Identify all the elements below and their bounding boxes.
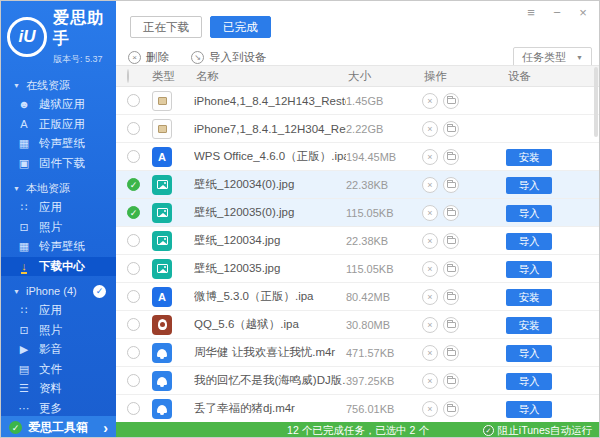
delete-file-icon[interactable]: × xyxy=(422,401,438,417)
row-checkbox[interactable] xyxy=(127,290,140,303)
sidebar-item-iphone-media[interactable]: ▶影音 xyxy=(1,340,116,360)
open-folder-icon[interactable] xyxy=(443,233,459,249)
install-button[interactable]: 安装 xyxy=(506,317,552,334)
sidebar-section-header-local-resources[interactable]: ▼本地资源 xyxy=(1,178,116,198)
delete-file-icon[interactable]: × xyxy=(422,345,438,361)
delete-file-icon[interactable]: × xyxy=(422,261,438,277)
open-folder-icon[interactable] xyxy=(443,177,459,193)
open-folder-icon[interactable] xyxy=(443,205,459,221)
tab-completed[interactable]: 已完成 xyxy=(210,16,271,38)
sidebar-item-iphone-apps[interactable]: ∷应用 xyxy=(1,301,116,321)
open-folder-icon[interactable] xyxy=(443,317,459,333)
import-button[interactable]: 导入 xyxy=(506,345,552,362)
delete-button[interactable]: × 删除 xyxy=(128,50,169,65)
table-row[interactable]: ✓壁纸_120034(0).jpg22.38KB×导入 xyxy=(116,171,600,199)
tab-downloading[interactable]: 正在下载 xyxy=(130,16,202,38)
status-bar: 12 个已完成任务，已选中 2 个 ✓ 阻止iTunes自动运行 xyxy=(116,422,600,438)
sidebar-item-download-center[interactable]: ↓下载中心 xyxy=(1,257,116,277)
sidebar-item-genuine-apps[interactable]: A正版应用 xyxy=(1,115,116,135)
import-to-device-button[interactable]: ↘ 导入到设备 xyxy=(191,50,267,65)
delete-file-icon[interactable]: × xyxy=(422,93,438,109)
scrollbar-thumb[interactable] xyxy=(594,67,598,137)
sidebar-item-firmware-download[interactable]: ▣固件下载 xyxy=(1,154,116,174)
table-row[interactable]: QQ_5.6（越狱）.ipa30.80MB×安装 xyxy=(116,311,600,339)
row-checkbox[interactable] xyxy=(127,234,140,247)
open-folder-icon[interactable] xyxy=(443,345,459,361)
iphone-files-icon: ▤ xyxy=(17,364,31,375)
open-folder-icon[interactable] xyxy=(443,373,459,389)
table-row[interactable]: 周华健 让我欢喜让我忧.m4r471.57KB×导入 xyxy=(116,339,600,367)
import-button[interactable]: 导入 xyxy=(506,261,552,278)
table-row[interactable]: 我的回忆不是我(海鸣威)DJ版.m4r397.25KB×导入 xyxy=(116,367,600,395)
open-folder-icon[interactable] xyxy=(443,121,459,137)
import-button[interactable]: 导入 xyxy=(506,401,552,418)
row-checkbox[interactable] xyxy=(127,150,140,163)
row-checkbox[interactable] xyxy=(127,402,140,415)
row-checkbox[interactable] xyxy=(127,262,140,275)
import-button[interactable]: 导入 xyxy=(506,233,552,250)
delete-file-icon[interactable]: × xyxy=(422,205,438,221)
delete-file-icon[interactable]: × xyxy=(422,149,438,165)
table-row[interactable]: A微博_5.3.0（正版）.ipa80.42MB×安装 xyxy=(116,283,600,311)
select-all-checkbox[interactable] xyxy=(127,69,129,83)
file-size: 2.22GB xyxy=(346,123,422,135)
table-row[interactable]: 壁纸_120035.jpg115.05KB×导入 xyxy=(116,255,600,283)
sidebar-item-ringtone-wallpaper[interactable]: ▦铃声壁纸 xyxy=(1,134,116,154)
sidebar-item-iphone-data[interactable]: ☰资料 xyxy=(1,379,116,399)
sidebar-item-iphone-photos[interactable]: ⊡照片 xyxy=(1,321,116,341)
sidebar-section-header-iphone[interactable]: ▼iPhone (4)✓ xyxy=(1,281,116,301)
sidebar-item-label: 更多 xyxy=(39,401,62,416)
file-size: 22.38KB xyxy=(346,179,422,191)
sidebar-item-jailbreak-apps[interactable]: ☻越狱应用 xyxy=(1,95,116,115)
row-checkbox[interactable] xyxy=(127,374,140,387)
task-type-dropdown[interactable]: 任务类型 ▼ xyxy=(513,47,592,67)
sidebar-item-local-photos[interactable]: ⊡照片 xyxy=(1,218,116,238)
import-button[interactable]: 导入 xyxy=(506,373,552,390)
delete-file-icon[interactable]: × xyxy=(422,289,438,305)
minimize-icon[interactable]: − xyxy=(550,5,564,20)
sidebar-item-local-apps[interactable]: ∷应用 xyxy=(1,198,116,218)
table-row[interactable]: 丢了幸福的猪dj.m4r756.01KB×导入 xyxy=(116,395,600,422)
row-checkbox[interactable]: ✓ xyxy=(127,178,140,191)
import-button[interactable]: 导入 xyxy=(506,177,552,194)
download-center-icon: ↓ xyxy=(17,261,31,272)
row-checkbox[interactable]: ✓ xyxy=(127,206,140,219)
block-itunes-toggle[interactable]: ✓ 阻止iTunes自动运行 xyxy=(483,424,592,438)
open-folder-icon[interactable] xyxy=(443,401,459,417)
table-row[interactable]: 壁纸_120034.jpg22.38KB×导入 xyxy=(116,227,600,255)
file-size: 115.05KB xyxy=(346,207,422,219)
app-version: 版本号: 5.37 xyxy=(53,53,112,66)
delete-file-icon[interactable]: × xyxy=(422,233,438,249)
sidebar-item-iphone-files[interactable]: ▤文件 xyxy=(1,360,116,380)
table-row[interactable]: iPhone4,1_8.4_12H143_Restore.ipsw1.45GB× xyxy=(116,87,600,115)
open-folder-icon[interactable] xyxy=(443,261,459,277)
scrollbar[interactable] xyxy=(594,67,598,419)
open-folder-icon[interactable] xyxy=(443,93,459,109)
table-row[interactable]: ✓壁纸_120035(0).jpg115.05KB×导入 xyxy=(116,199,600,227)
open-folder-icon[interactable] xyxy=(443,149,459,165)
menu-icon[interactable]: ≡ xyxy=(524,5,538,20)
iphone-data-icon: ☰ xyxy=(17,383,31,394)
install-button[interactable]: 安装 xyxy=(506,289,552,306)
file-size: 1.45GB xyxy=(346,95,422,107)
delete-file-icon[interactable]: × xyxy=(422,373,438,389)
delete-file-icon[interactable]: × xyxy=(422,177,438,193)
close-icon[interactable]: × xyxy=(576,5,590,20)
row-checkbox[interactable] xyxy=(127,94,140,107)
install-button[interactable]: 安装 xyxy=(506,149,552,166)
row-checkbox[interactable] xyxy=(127,318,140,331)
sidebar-section-header-online-resources[interactable]: ▼在线资源 xyxy=(1,75,116,95)
table-row[interactable]: AWPS Office_4.6.0（正版）.ipa194.45MB×安装 xyxy=(116,143,600,171)
delete-file-icon[interactable]: × xyxy=(422,317,438,333)
delete-file-icon[interactable]: × xyxy=(422,121,438,137)
import-button[interactable]: 导入 xyxy=(506,205,552,222)
sidebar-item-local-ringtone-wallpaper[interactable]: ▦铃声壁纸 xyxy=(1,237,116,257)
file-size: 80.42MB xyxy=(346,291,422,303)
table-row[interactable]: iPhone7,1_8.4.1_12H304_Restore.ipsw2.22G… xyxy=(116,115,600,143)
row-checkbox[interactable] xyxy=(127,346,140,359)
open-folder-icon[interactable] xyxy=(443,289,459,305)
sidebar-item-toolbox[interactable]: ✓ 爱思工具箱 › xyxy=(1,416,116,438)
sidebar-item-label: 资料 xyxy=(39,381,62,396)
wallpaper-image-icon xyxy=(152,259,172,279)
row-checkbox[interactable] xyxy=(127,122,140,135)
